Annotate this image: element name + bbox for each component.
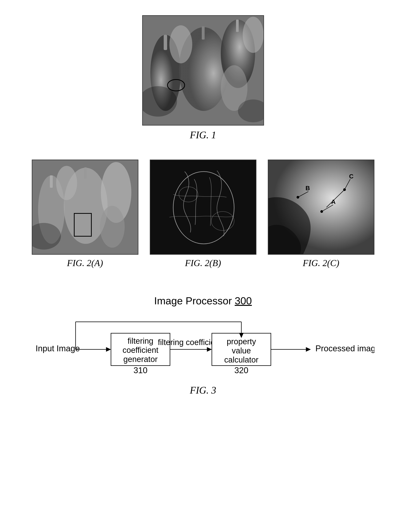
svg-text:filtering: filtering <box>128 336 153 345</box>
fig3-section: Image Processor 300 Input Image filterin… <box>19 295 387 396</box>
svg-marker-50 <box>207 347 212 352</box>
svg-text:320: 320 <box>234 366 248 375</box>
fig2b-caption: FIG. 2(B) <box>185 258 221 268</box>
fig2c-image: B A C <box>268 160 374 255</box>
fig2-section: FIG. 2(A) <box>19 160 387 268</box>
fig1-caption: FIG. 1 <box>190 129 216 141</box>
svg-text:calculator: calculator <box>224 355 259 364</box>
svg-rect-22 <box>50 175 53 188</box>
fig2-row: FIG. 2(A) <box>32 160 374 268</box>
fig3-title: Image Processor 300 <box>154 295 252 307</box>
fig3-caption: FIG. 3 <box>190 385 216 396</box>
svg-text:310: 310 <box>133 366 147 375</box>
svg-rect-23 <box>84 167 87 179</box>
fig2c-item: B A C FIG. 2(C) <box>268 160 374 268</box>
fig2b-item: FIG. 2(B) <box>150 160 256 268</box>
fig1-section: FIG. 1 <box>142 15 264 141</box>
svg-marker-58 <box>306 347 311 352</box>
svg-text:value: value <box>232 346 251 355</box>
fig2a-image <box>32 160 138 255</box>
svg-rect-29 <box>150 160 256 255</box>
svg-text:C: C <box>349 173 354 180</box>
svg-text:generator: generator <box>123 355 158 364</box>
fig1-image <box>142 15 264 126</box>
fig3-diagram: Input Image filtering coefficient genera… <box>32 316 374 381</box>
fig2b-image <box>150 160 256 255</box>
svg-text:Processed image: Processed image <box>315 344 374 353</box>
fig2c-caption: FIG. 2(C) <box>303 258 339 268</box>
page: FIG. 1 <box>0 0 406 532</box>
svg-marker-43 <box>106 347 111 352</box>
svg-text:property: property <box>226 337 256 346</box>
svg-text:Input Image: Input Image <box>36 344 80 353</box>
svg-text:B: B <box>305 185 310 192</box>
fig2a-caption: FIG. 2(A) <box>67 258 103 268</box>
svg-text:coefficient: coefficient <box>122 346 158 355</box>
fig2a-item: FIG. 2(A) <box>32 160 138 268</box>
